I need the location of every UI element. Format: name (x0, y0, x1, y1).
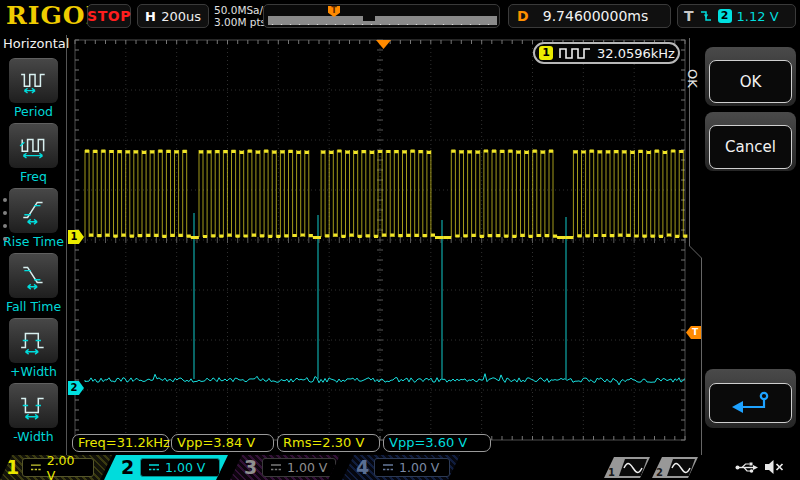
sine-wave-icon (671, 462, 691, 474)
channel-2-scale-box: 1.00 V (140, 458, 220, 477)
sidebar-item-fall-time[interactable] (9, 253, 58, 298)
source-2-indicator[interactable]: 2 (652, 457, 698, 478)
channel-1-box[interactable]: 1 2.00 V (0, 455, 112, 480)
channel-1-scale: 2.00 V (47, 453, 86, 480)
source-2-number: 2 (656, 467, 663, 478)
channel-2-scale: 1.00 V (165, 460, 205, 475)
channel-2-box[interactable]: 2 1.00 V (104, 455, 228, 480)
scroll-dot (3, 237, 7, 241)
channel-4-number: 4 (356, 456, 369, 478)
scroll-dot (3, 211, 7, 215)
ch2-offset-marker[interactable]: 2 (68, 381, 84, 395)
timebase-box: H 200us (137, 4, 209, 28)
memory-position-bar: T (263, 4, 500, 28)
sidebar-label-pos-width: +Width (0, 364, 67, 379)
sample-rate: 50.0MSa/s (214, 4, 269, 16)
counter-channel-badge: 1 (539, 46, 553, 60)
cancel-button[interactable]: Cancel (709, 125, 792, 169)
dc-coupling-icon (30, 463, 42, 473)
source-1-indicator[interactable]: 1 (604, 457, 650, 478)
return-arrow-icon (728, 390, 774, 416)
run-state-text: STOP (87, 8, 131, 24)
usb-icon (735, 460, 759, 475)
trigger-position-marker-icon[interactable] (376, 40, 391, 49)
falling-edge-icon (699, 9, 713, 23)
measurement-vpp-ch2: Vpp=3.60 V (383, 434, 491, 452)
return-button[interactable] (709, 383, 792, 423)
trigger-source-badge: 2 (718, 9, 732, 23)
delay-box: D 9.74600000ms (508, 4, 671, 28)
channel-4-scale-box: 1.00 V (374, 458, 450, 477)
source-2-waveform (667, 459, 695, 476)
sidebar-label-neg-width: -Width (0, 429, 67, 444)
channel-4-scale: 1.00 V (399, 460, 439, 475)
memory-waveform-band (268, 16, 497, 25)
timebase-label: H (145, 9, 156, 24)
sidebar-label-rise-time: Rise Time (0, 234, 67, 249)
counter-frequency-value: 32.0596kHz (597, 46, 675, 61)
frequency-counter-badge: 1 32.0596kHz (533, 42, 680, 64)
trigger-box: T 2 1.12 V (677, 4, 796, 28)
scroll-dot (3, 198, 7, 202)
channel-3-scale-box: 1.00 V (262, 458, 336, 477)
fall-time-icon (19, 262, 49, 290)
channel-3-scale: 1.00 V (287, 460, 327, 475)
square-wave-icon (559, 47, 591, 59)
dc-coupling-icon (270, 463, 282, 473)
ok-button[interactable]: OK (709, 60, 792, 103)
sidebar-item-period[interactable] (9, 58, 58, 103)
trigger-level-value: 1.12 V (737, 9, 779, 24)
ch1-offset-marker[interactable]: 1 (68, 230, 84, 244)
trigger-level-marker[interactable]: T (686, 326, 701, 339)
channel-1-number: 1 (6, 456, 19, 478)
memory-zigzag-icon (268, 22, 497, 25)
measurement-rms: Rms=2.30 V (277, 434, 380, 452)
freq-icon (19, 132, 49, 160)
period-icon (19, 67, 49, 95)
channel-4-box[interactable]: 4 1.00 V (342, 455, 460, 480)
sidebar-item-freq[interactable] (9, 123, 58, 168)
channel-3-number: 3 (244, 456, 257, 478)
run-state-indicator: STOP (87, 4, 131, 28)
sidebar-title: Horizontal (3, 36, 69, 51)
delay-label: D (517, 8, 529, 24)
measurement-freq: Freq=31.2kHz (72, 434, 169, 452)
pos-width-icon (19, 327, 49, 355)
sine-wave-icon (623, 462, 643, 474)
trigger-label: T (684, 8, 694, 24)
speaker-muted-icon (763, 458, 785, 476)
source-1-number: 1 (608, 467, 615, 478)
dc-coupling-icon (382, 463, 394, 473)
scroll-dot (3, 224, 7, 228)
menu-tab-title: OK (684, 60, 700, 96)
dc-coupling-icon (148, 463, 160, 473)
measure-sidebar: Horizontal Period Freq Rise Time (0, 33, 67, 455)
channel-status-bar: 1 2.00 V 2 1.00 V 3 (0, 455, 800, 480)
rise-time-icon (19, 197, 49, 225)
sidebar-label-freq: Freq (0, 169, 67, 184)
memory-depth: 3.00M pts (214, 16, 269, 28)
sidebar-label-period: Period (0, 104, 67, 119)
window-position-notch (363, 16, 375, 21)
source-1-waveform (619, 459, 647, 476)
measurement-vpp-ch1: Vpp=3.84 V (171, 434, 274, 452)
delay-value: 9.74600000ms (509, 8, 670, 24)
channel-1-scale-box: 2.00 V (22, 458, 94, 477)
neg-width-icon (19, 392, 49, 420)
sidebar-item-neg-width[interactable] (9, 383, 58, 428)
timebase-value: 200us (161, 9, 201, 24)
channel-3-box[interactable]: 3 1.00 V (230, 455, 340, 480)
waveform-display (0, 0, 800, 480)
oscilloscope-screen: RIGOL STOP H 200us 50.0MSa/s 3.00M pts T… (0, 0, 800, 480)
sidebar-label-fall-time: Fall Time (0, 299, 67, 314)
channel-2-number: 2 (121, 456, 134, 478)
sidebar-item-rise-time[interactable] (9, 188, 58, 233)
sidebar-item-pos-width[interactable] (9, 318, 58, 363)
acquisition-info: 50.0MSa/s 3.00M pts (214, 4, 269, 28)
